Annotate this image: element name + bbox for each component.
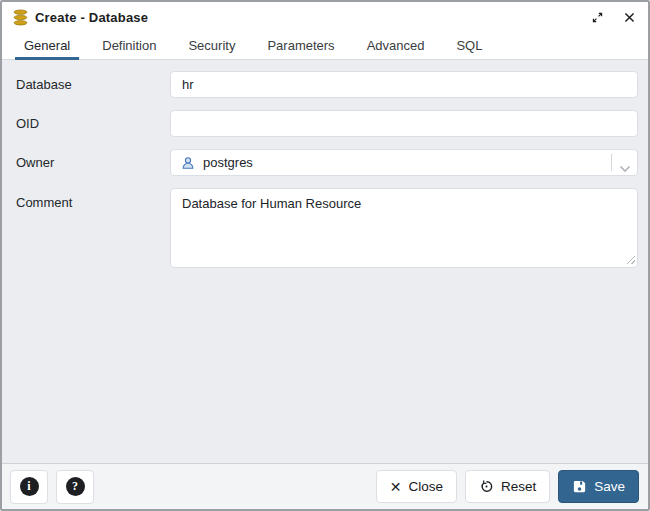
tab-sql[interactable]: SQL xyxy=(447,32,491,59)
create-database-dialog: Create - Database General Definition Sec… xyxy=(0,0,650,511)
close-icon xyxy=(623,11,636,24)
reset-button[interactable]: Reset xyxy=(465,470,550,503)
question-icon: ? xyxy=(66,477,85,496)
tab-bar: General Definition Security Parameters A… xyxy=(2,32,648,60)
owner-selected-value: postgres xyxy=(203,155,611,170)
database-label: Database xyxy=(16,71,170,98)
close-dialog-button[interactable] xyxy=(620,8,638,26)
chevron-down-icon xyxy=(619,159,631,167)
title-bar: Create - Database xyxy=(2,2,648,32)
close-button[interactable]: ✕ Close xyxy=(376,470,457,503)
dialog-title: Create - Database xyxy=(35,10,148,25)
reset-icon xyxy=(479,479,494,494)
footer-bar: i ? ✕ Close Reset xyxy=(2,463,648,509)
tab-security[interactable]: Security xyxy=(179,32,244,59)
select-divider xyxy=(611,154,612,171)
user-icon xyxy=(180,155,196,171)
maximize-button[interactable] xyxy=(588,8,606,26)
owner-select[interactable]: postgres xyxy=(170,149,638,176)
comment-textarea[interactable]: Database for Human Resource xyxy=(170,188,638,268)
save-icon xyxy=(572,479,587,494)
database-icon xyxy=(12,9,29,26)
owner-label: Owner xyxy=(16,149,170,176)
info-icon: i xyxy=(20,477,39,496)
tab-definition[interactable]: Definition xyxy=(93,32,165,59)
sql-help-button[interactable]: i xyxy=(10,470,48,504)
save-button[interactable]: Save xyxy=(558,470,639,503)
general-tab-panel: Database OID Owner xyxy=(2,60,648,463)
close-button-label: Close xyxy=(408,479,443,494)
comment-label: Comment xyxy=(16,188,170,268)
oid-input[interactable] xyxy=(170,110,638,137)
database-input[interactable] xyxy=(170,71,638,98)
oid-field-row: OID xyxy=(16,110,638,137)
tab-general[interactable]: General xyxy=(15,32,79,59)
tab-parameters[interactable]: Parameters xyxy=(258,32,343,59)
maximize-icon xyxy=(591,11,604,24)
database-field-row: Database xyxy=(16,71,638,98)
oid-label: OID xyxy=(16,110,170,137)
reset-button-label: Reset xyxy=(501,479,536,494)
comment-field-row: Comment Database for Human Resource xyxy=(16,188,638,268)
dialog-help-button[interactable]: ? xyxy=(56,470,94,504)
owner-field-row: Owner postgres xyxy=(16,149,638,176)
close-x-icon: ✕ xyxy=(390,480,402,494)
save-button-label: Save xyxy=(594,479,625,494)
tab-advanced[interactable]: Advanced xyxy=(358,32,434,59)
